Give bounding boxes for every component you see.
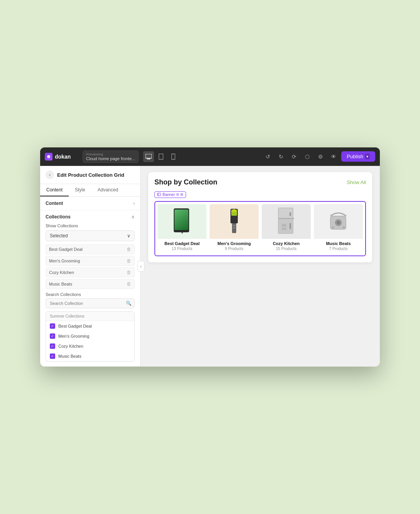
svg-point-6	[161, 158, 161, 159]
svg-rect-10	[158, 193, 161, 196]
undo-button[interactable]: ↺	[262, 151, 273, 162]
main-content: ‹ Edit Product Collection Grid Content S…	[40, 166, 380, 367]
card-title-music: Music Beats	[315, 241, 361, 246]
collections-section-header[interactable]: Collections ∧	[40, 210, 140, 223]
sidebar-header: ‹ Edit Product Collection Grid	[40, 166, 140, 184]
card-image-grooming	[210, 204, 259, 239]
toolbar-actions: ↺ ↻ ⟳ ⬡ ⚙ 👁 Publish ▾	[262, 151, 375, 162]
svg-point-15	[181, 232, 183, 233]
dropdown-chevron: ∨	[127, 233, 130, 238]
card-image-kitchen	[262, 204, 311, 239]
collection-item-kitchen: Cozy Kitchen 🗑	[46, 267, 135, 277]
svg-rect-28	[282, 224, 286, 227]
preview-value: Cloud home page fronte...	[86, 156, 135, 161]
device-buttons	[143, 151, 179, 162]
banner-badge: Banner ⧉ ⊞	[154, 191, 186, 198]
tab-advanced[interactable]: Advanced	[91, 184, 124, 196]
card-image-music	[314, 204, 363, 239]
checkbox-music[interactable]: ✓	[50, 353, 55, 359]
logo-icon	[45, 153, 52, 161]
trash-icon-music[interactable]: 🗑	[127, 281, 131, 287]
preview-area: Shop by Collection Show All Banner ⧉ ⊞	[141, 166, 380, 367]
svg-rect-21	[233, 227, 235, 228]
collections-section-label: Collections	[46, 214, 71, 220]
search-icon: 🔍	[126, 301, 132, 306]
svg-rect-14	[174, 210, 188, 230]
logo-area: dokan	[45, 153, 80, 161]
tabs: Content Style Advanced	[40, 184, 140, 197]
show-collections-label: Show Collections	[46, 223, 135, 228]
collection-card-gadget: Best Gadget Deal 13 Products	[158, 204, 207, 253]
section-main-title: Shop by Collection	[154, 178, 217, 186]
collection-card-grooming: Men's Grooming 9 Products	[210, 204, 259, 253]
top-bar: dokan Previewing Cloud home page fronte.…	[40, 147, 380, 166]
card-count-grooming: 9 Products	[211, 247, 257, 251]
svg-rect-26	[290, 212, 291, 216]
collections-grid: Best Gadget Deal 13 Products	[154, 201, 366, 256]
section-title-row: Shop by Collection Show All	[154, 178, 366, 186]
desktop-view-button[interactable]	[143, 151, 154, 162]
tab-style[interactable]: Style	[69, 184, 91, 196]
dropdown-item-gadget[interactable]: ✓ Best Gadget Deal	[46, 321, 134, 331]
svg-point-34	[338, 222, 339, 223]
collections-section: Collections ∧ Show Collections Selected …	[40, 210, 140, 367]
svg-point-8	[173, 158, 174, 159]
svg-rect-35	[332, 227, 334, 228]
tab-content[interactable]: Content	[40, 184, 69, 196]
settings-button[interactable]: ⚙	[315, 151, 326, 162]
collapse-sidebar-handle[interactable]: ‹	[137, 261, 144, 272]
svg-rect-1	[146, 154, 152, 158]
content-section: Content ›	[40, 197, 140, 210]
dropdown-item-music[interactable]: ✓ Music Beats	[46, 351, 134, 361]
trash-icon-grooming[interactable]: 🗑	[127, 258, 131, 264]
preview-frame: Shop by Collection Show All Banner ⧉ ⊞	[148, 172, 372, 262]
logo-text: dokan	[55, 154, 71, 160]
svg-rect-27	[290, 223, 291, 229]
share-button[interactable]: ⬡	[302, 151, 313, 162]
publish-chevron: ▾	[365, 154, 370, 159]
preview-selector[interactable]: Previewing Cloud home page fronte...	[83, 150, 139, 163]
sidebar-title: Edit Product Collection Grid	[57, 172, 124, 178]
content-section-chevron: ›	[133, 201, 135, 206]
card-body-kitchen: Cozy Kitchen 15 Products	[262, 239, 311, 253]
redo-button[interactable]: ↻	[276, 151, 286, 162]
content-section-label: Content	[46, 201, 63, 206]
card-title-gadget: Best Gadget Deal	[159, 241, 205, 246]
collections-dropdown[interactable]: Selected ∨	[46, 230, 135, 241]
card-body-gadget: Best Gadget Deal 13 Products	[158, 239, 207, 253]
sidebar-wrapper: ‹ Edit Product Collection Grid Content S…	[40, 166, 141, 367]
dropdown-item-kitchen[interactable]: ✓ Cozy Kitchen	[46, 341, 134, 351]
trash-icon-gadget[interactable]: 🗑	[127, 247, 131, 252]
search-input-wrap: 🔍	[46, 298, 135, 308]
collections-dropdown-group: Summer Collections ✓ Best Gadget Deal ✓ …	[46, 311, 135, 362]
content-section-header[interactable]: Content ›	[40, 197, 140, 210]
publish-button[interactable]: Publish ▾	[341, 151, 375, 162]
tablet-view-button[interactable]	[156, 151, 166, 162]
back-button[interactable]: ‹	[46, 171, 54, 179]
collections-sub-section: Show Collections Selected ∨ Best Gadget …	[40, 223, 140, 366]
search-collections-label: Search Collections	[46, 292, 135, 297]
checkbox-gadget[interactable]: ✓	[50, 323, 55, 329]
svg-rect-36	[343, 227, 345, 228]
history-button[interactable]: ⟳	[289, 151, 300, 162]
card-body-music: Music Beats 7 Products	[314, 239, 363, 253]
checkbox-grooming[interactable]: ✓	[50, 333, 55, 339]
card-count-music: 7 Products	[315, 247, 361, 251]
dropdown-item-grooming[interactable]: ✓ Men's Grooming	[46, 331, 134, 341]
show-all-link[interactable]: Show All	[347, 179, 366, 185]
banner-settings-icon[interactable]: ⊞	[180, 193, 183, 196]
card-title-grooming: Men's Grooming	[211, 241, 257, 246]
collection-item-grooming: Men's Grooming 🗑	[46, 256, 135, 266]
mobile-view-button[interactable]	[168, 151, 179, 162]
svg-rect-20	[233, 225, 235, 226]
checkbox-kitchen[interactable]: ✓	[50, 343, 55, 349]
preview-button[interactable]: 👁	[328, 151, 339, 162]
search-collection-input[interactable]	[46, 298, 135, 308]
card-count-kitchen: 15 Products	[263, 247, 309, 251]
banner-copy-icon[interactable]: ⧉	[176, 193, 179, 197]
trash-icon-kitchen[interactable]: 🗑	[127, 270, 131, 275]
card-image-gadget	[158, 204, 207, 239]
card-body-grooming: Men's Grooming 9 Products	[210, 239, 259, 253]
collections-chevron: ∧	[131, 214, 135, 220]
collection-item-gadget: Best Gadget Deal 🗑	[46, 244, 135, 254]
